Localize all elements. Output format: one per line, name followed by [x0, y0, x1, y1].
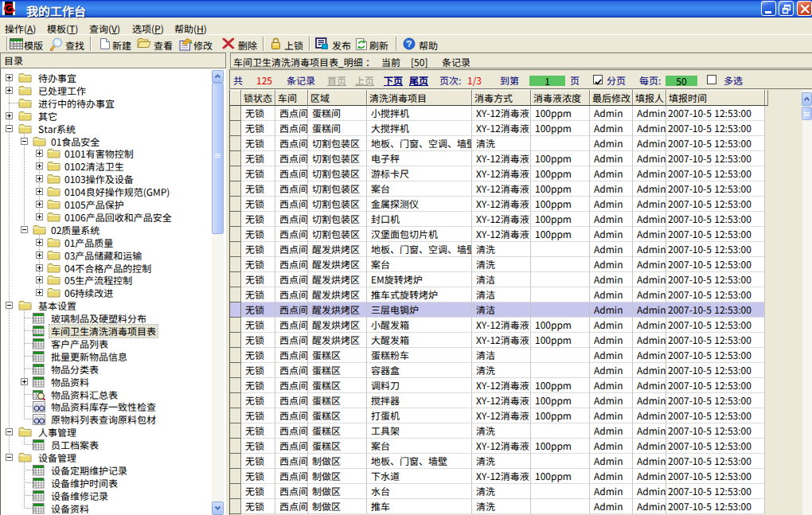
svg-text:?: ?	[407, 39, 412, 49]
